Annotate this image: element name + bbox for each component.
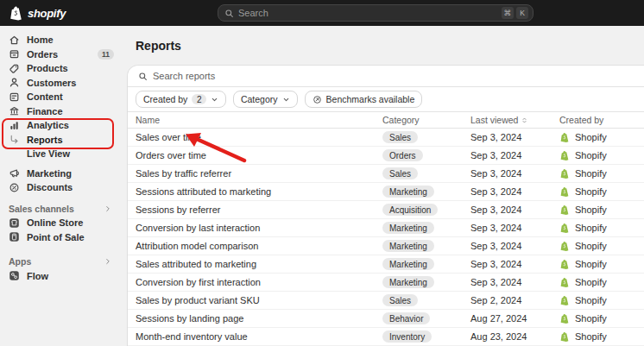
category-badge: Marketing	[382, 240, 434, 252]
column-created-by[interactable]: Created by	[559, 115, 644, 125]
sidebar-item[interactable]: Orders 11	[0, 47, 121, 62]
created-by-filter[interactable]: Created by 2	[136, 91, 226, 108]
report-name[interactable]: Sales over time	[136, 132, 382, 142]
last-viewed-date: Sep 3, 2024	[470, 186, 559, 197]
table-row[interactable]: Conversion by last interaction Marketing…	[128, 219, 644, 237]
discounts-icon	[9, 182, 20, 193]
table-row[interactable]: Sessions attributed to marketing Marketi…	[128, 183, 644, 201]
report-name[interactable]: Sessions attributed to marketing	[136, 186, 382, 197]
table-row[interactable]: Sales by traffic referrer Sales Sep 3, 2…	[128, 165, 644, 183]
sidebar-item[interactable]: Live View	[0, 147, 121, 161]
table-row[interactable]: Orders over time Orders Sep 3, 2024 Shop…	[128, 147, 644, 165]
shopify-bag-green-icon	[559, 204, 570, 216]
report-name[interactable]: Sales attributed to marketing	[136, 259, 382, 269]
table-header: Name Category Last viewed Created by	[128, 112, 644, 129]
sidebar-nav-main: Home Orders 11 Products	[0, 33, 121, 161]
created-by-count-badge: 2	[192, 94, 206, 104]
customers-icon	[9, 77, 20, 88]
category-badge: Acquisition	[382, 204, 438, 216]
sidebar-item[interactable]: Customers	[0, 76, 121, 91]
category-filter[interactable]: Category	[233, 91, 298, 108]
shopify-logo[interactable]: shopify	[9, 5, 66, 22]
category-badge: Inventory	[382, 330, 432, 343]
table-row[interactable]: Sales over time Sales Sep 3, 2024 Shopif…	[128, 129, 644, 147]
report-name[interactable]: Attribution model comparison	[136, 241, 382, 251]
creator-name: Shopify	[575, 259, 607, 269]
sidebar-item-label: Marketing	[27, 168, 72, 179]
sidebar-item[interactable]: Products	[0, 61, 121, 76]
last-viewed-date: Sep 2, 2024	[470, 295, 559, 305]
sidebar-item-label: Finance	[27, 106, 63, 116]
orders-icon	[9, 48, 20, 60]
category-badge: Marketing	[382, 258, 434, 270]
sidebar-item[interactable]: Flow	[0, 269, 121, 284]
column-name[interactable]: Name	[136, 115, 382, 125]
table-row[interactable]: Conversion by first interaction Marketin…	[128, 274, 644, 292]
logo-wordmark: shopify	[28, 7, 66, 20]
benchmarks-available-filter[interactable]: Benchmarks available	[305, 91, 423, 108]
column-last-viewed[interactable]: Last viewed	[470, 115, 559, 125]
sidebar-item[interactable]: Finance	[0, 104, 121, 119]
apps-list: Flow	[0, 269, 121, 284]
search-icon	[224, 9, 234, 18]
global-search-bar[interactable]: ⌘ K	[218, 4, 534, 22]
report-name[interactable]: Sales by product variant SKU	[136, 295, 382, 305]
report-name[interactable]: Sales by traffic referrer	[136, 168, 382, 179]
table-row[interactable]: Attribution model comparison Marketing S…	[128, 237, 644, 255]
table-body: Sales over time Sales Sep 3, 2024 Shopif…	[128, 129, 644, 346]
sidebar-item[interactable]: Discounts	[0, 180, 121, 195]
shortcut-keys: ⌘ K	[502, 7, 529, 19]
creator-name: Shopify	[575, 132, 607, 142]
app-body: Home Orders 11 Products	[0, 26, 644, 346]
table-row[interactable]: Month-end inventory value Inventory Aug …	[128, 328, 644, 346]
sidebar-item[interactable]: Reports	[0, 133, 121, 148]
topbar: shopify ⌘ K	[0, 0, 644, 26]
sidebar-item-label: Point of Sale	[27, 232, 85, 242]
column-category[interactable]: Category	[382, 115, 470, 125]
last-viewed-date: Sep 3, 2024	[470, 168, 559, 179]
created-by-cell: Shopify	[559, 150, 644, 161]
report-name[interactable]: Conversion by first interaction	[136, 277, 382, 287]
table-row[interactable]: Sessions by landing page Behavior Aug 27…	[128, 310, 644, 328]
created-by-cell: Shopify	[559, 132, 644, 143]
creator-name: Shopify	[575, 168, 607, 179]
sidebar-item-label: Reports	[27, 135, 63, 145]
table-row[interactable]: Sessions by referrer Acquisition Sep 3, …	[128, 201, 644, 219]
sidebar-item[interactable]: Home	[0, 33, 121, 47]
last-viewed-date: Sep 3, 2024	[470, 241, 559, 251]
category-badge: Behavior	[382, 312, 430, 324]
apps-header[interactable]: Apps	[0, 255, 121, 269]
report-name[interactable]: Orders over time	[136, 150, 382, 160]
report-name[interactable]: Sessions by referrer	[136, 204, 382, 215]
last-viewed-date: Sep 3, 2024	[470, 259, 559, 269]
report-name[interactable]: Conversion by last interaction	[136, 223, 382, 233]
sidebar-item[interactable]: Analytics	[0, 118, 121, 133]
chevron-down-icon	[211, 96, 218, 104]
shopify-bag-green-icon	[559, 331, 570, 343]
shopify-bag-icon	[9, 5, 23, 22]
created-by-cell: Shopify	[559, 313, 644, 324]
created-by-cell: Shopify	[559, 277, 644, 288]
divider	[0, 244, 121, 255]
sales-channels-header[interactable]: Sales channels	[0, 202, 121, 217]
global-search-input[interactable]	[238, 8, 497, 18]
sidebar-item[interactable]: Point of Sale	[0, 230, 121, 245]
sidebar-item[interactable]: Content	[0, 90, 121, 104]
category-badge: Orders	[382, 149, 423, 161]
report-name[interactable]: Month-end inventory value	[136, 331, 382, 342]
creator-name: Shopify	[575, 204, 607, 215]
creator-name: Shopify	[575, 223, 607, 233]
k-key: K	[516, 7, 528, 19]
reports-search-bar[interactable]	[128, 66, 644, 87]
shopify-bag-green-icon	[559, 313, 570, 324]
table-row[interactable]: Sales by product variant SKU Sales Sep 2…	[128, 292, 644, 310]
reports-card: Created by 2 Category	[128, 66, 644, 346]
sidebar-item-label: Discounts	[27, 182, 73, 192]
report-name[interactable]: Sessions by landing page	[136, 313, 382, 324]
gauge-icon	[313, 95, 322, 104]
last-viewed-date: Aug 23, 2024	[470, 331, 559, 342]
sidebar-item[interactable]: Online Store	[0, 216, 121, 230]
table-row[interactable]: Sales attributed to marketing Marketing …	[128, 255, 644, 274]
sidebar-item[interactable]: Marketing	[0, 167, 121, 181]
reports-search-input[interactable]	[153, 71, 641, 81]
